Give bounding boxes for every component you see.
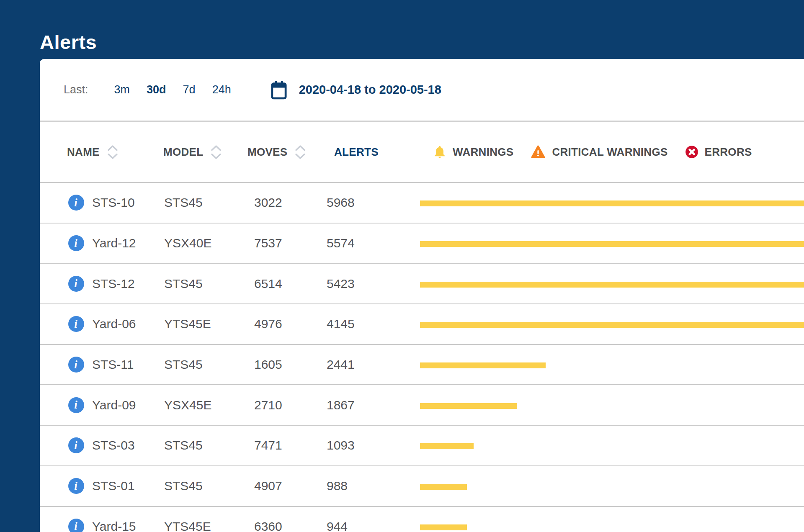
cell-name: STS-10	[92, 195, 135, 210]
time-filter-label: Last:	[64, 83, 88, 96]
sort-icon	[211, 145, 222, 159]
column-label-alerts: ALERTS	[334, 146, 379, 159]
cell-name: STS-11	[92, 357, 134, 372]
table-row[interactable]: i STS-01 STS45 4907 988	[40, 465, 804, 506]
cell-name: Yard-09	[92, 398, 136, 412]
cell-moves: 2710	[254, 398, 282, 412]
warnings-bar	[420, 200, 804, 206]
error-circle-icon	[685, 145, 699, 159]
info-icon[interactable]: i	[68, 316, 84, 332]
cell-moves: 4907	[254, 479, 282, 493]
time-filter-option-7d[interactable]: 7d	[183, 83, 196, 96]
cell-moves: 6360	[254, 519, 282, 532]
cell-model: STS45	[164, 277, 203, 291]
warnings-bar	[420, 484, 467, 490]
info-icon[interactable]: i	[68, 397, 84, 413]
cell-moves: 3022	[254, 195, 282, 210]
cell-alerts: 1867	[327, 398, 355, 412]
cell-name: STS-03	[92, 438, 135, 452]
warnings-bar	[420, 403, 517, 409]
table-row[interactable]: i Yard-06 YTS45E 4976 4145	[40, 303, 804, 344]
cell-alerts: 4145	[327, 317, 355, 331]
legend-item-errors: ERRORS	[685, 145, 752, 159]
calendar-icon[interactable]	[270, 80, 288, 100]
cell-moves: 7471	[254, 438, 282, 452]
cell-moves: 1605	[254, 357, 282, 372]
cell-moves: 4976	[254, 317, 282, 331]
table-header: NAME MODEL MOVES ALERTS	[40, 122, 804, 182]
sort-icon	[107, 145, 118, 159]
column-header-name[interactable]: NAME	[67, 122, 118, 182]
time-filter-option-24h[interactable]: 24h	[212, 83, 231, 96]
info-icon[interactable]: i	[68, 478, 84, 494]
cell-name: STS-01	[92, 479, 135, 493]
info-icon[interactable]: i	[68, 357, 84, 373]
table-row[interactable]: i STS-11 STS45 1605 2441	[40, 344, 804, 385]
warnings-bar	[420, 241, 804, 247]
time-filter-option-30d[interactable]: 30d	[147, 83, 166, 96]
info-icon[interactable]: i	[68, 519, 84, 532]
column-header-model[interactable]: MODEL	[163, 122, 222, 182]
cell-name: STS-12	[92, 277, 135, 291]
column-label-model: MODEL	[163, 146, 203, 159]
time-filter-bar: Last: 3m 30d 7d 24h 2020-04-18 to 2020-0…	[40, 59, 804, 122]
info-icon[interactable]: i	[68, 437, 84, 453]
severity-legend: WARNINGS CRITICAL WARNINGS	[433, 122, 752, 182]
warnings-bar	[420, 443, 474, 449]
table-row[interactable]: i STS-10 STS45 3022 5968	[40, 182, 804, 223]
column-header-alerts[interactable]: ALERTS	[334, 122, 379, 182]
cell-moves: 7537	[254, 236, 282, 250]
bell-icon	[433, 145, 447, 159]
date-range-value[interactable]: 2020-04-18 to 2020-05-18	[299, 83, 441, 97]
table-row[interactable]: i Yard-12 YSX40E 7537 5574	[40, 223, 804, 263]
table-row[interactable]: i Yard-15 YTS45E 6360 944	[40, 506, 804, 532]
column-label-name: NAME	[67, 146, 100, 159]
legend-label-warnings: WARNINGS	[453, 146, 513, 159]
legend-label-critical-warnings: CRITICAL WARNINGS	[552, 146, 667, 159]
info-icon[interactable]: i	[68, 195, 84, 211]
table-row[interactable]: i Yard-09 YSX45E 2710 1867	[40, 384, 804, 425]
cell-model: YTS45E	[164, 317, 211, 331]
page-title: Alerts	[40, 31, 97, 54]
alerts-card: Last: 3m 30d 7d 24h 2020-04-18 to 2020-0…	[40, 59, 804, 532]
sort-icon	[295, 145, 306, 159]
info-icon[interactable]: i	[68, 235, 84, 251]
cell-alerts: 5968	[327, 195, 355, 210]
cell-alerts: 5574	[327, 236, 355, 250]
cell-moves: 6514	[254, 277, 282, 291]
legend-item-critical-warnings: CRITICAL WARNINGS	[530, 144, 667, 159]
column-header-moves[interactable]: MOVES	[247, 122, 306, 182]
info-icon[interactable]: i	[68, 276, 84, 292]
column-label-moves: MOVES	[247, 146, 287, 159]
cell-model: STS45	[164, 195, 203, 210]
warning-triangle-icon	[530, 144, 546, 159]
cell-model: STS45	[164, 479, 203, 493]
table-row[interactable]: i STS-03 STS45 7471 1093	[40, 425, 804, 465]
cell-alerts: 2441	[327, 357, 355, 372]
table-body: i STS-10 STS45 3022 5968 i Yard-12 YSX40…	[40, 182, 804, 532]
warnings-bar	[420, 282, 804, 288]
cell-alerts: 944	[327, 519, 348, 532]
cell-name: Yard-12	[92, 236, 136, 250]
cell-alerts: 5423	[327, 277, 355, 291]
cell-name: Yard-06	[92, 317, 136, 331]
cell-model: STS45	[164, 357, 203, 372]
cell-alerts: 988	[327, 479, 348, 493]
legend-item-warnings: WARNINGS	[433, 145, 513, 159]
warnings-bar	[420, 362, 546, 368]
cell-model: YSX40E	[164, 236, 211, 250]
table-row[interactable]: i STS-12 STS45 6514 5423	[40, 263, 804, 303]
cell-model: STS45	[164, 438, 203, 452]
cell-name: Yard-15	[92, 519, 136, 532]
warnings-bar	[420, 524, 467, 530]
warnings-bar	[420, 322, 804, 328]
cell-model: YSX45E	[164, 398, 211, 412]
legend-label-errors: ERRORS	[705, 146, 752, 159]
date-range-picker[interactable]: 2020-04-18 to 2020-05-18	[270, 80, 441, 100]
cell-model: YTS45E	[164, 519, 211, 532]
time-filter-option-3m[interactable]: 3m	[114, 83, 130, 96]
cell-alerts: 1093	[327, 438, 355, 452]
